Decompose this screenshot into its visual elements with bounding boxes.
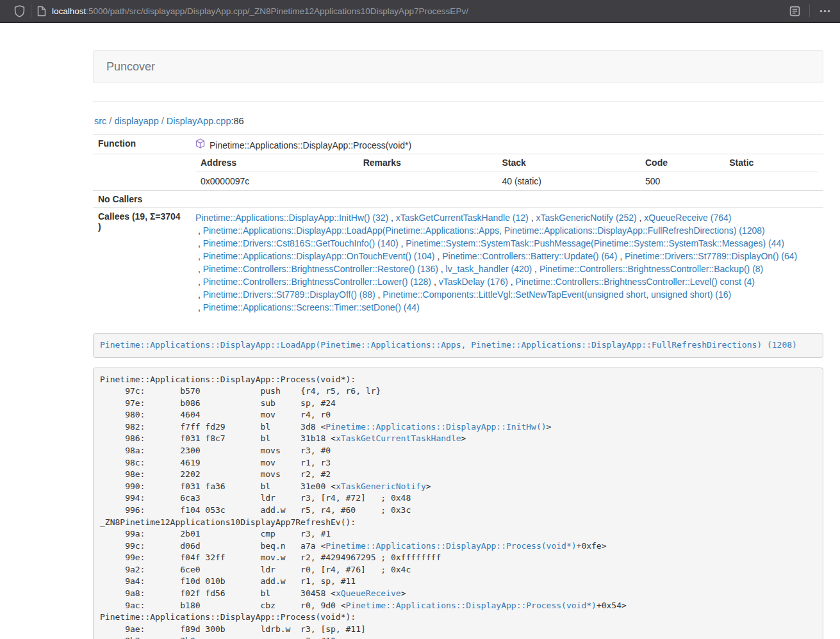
url-bar[interactable]: localhost:5000/path/src/displayapp/Displ…: [37, 1, 786, 20]
callee-link[interactable]: Pinetime::Controllers::Battery::Update()…: [442, 251, 617, 261]
url-path: :5000/path/src/displayapp/DisplayApp.cpp…: [86, 6, 468, 16]
breadcrumb: src/displayapp/DisplayApp.cpp:86: [94, 116, 823, 126]
snippet-link[interactable]: Pinetime::Applications::DisplayApp::Load…: [100, 340, 797, 350]
asm-symbol-link[interactable]: xQueueReceive: [336, 588, 401, 598]
code-value: 500: [640, 172, 724, 191]
callee-link[interactable]: Pinetime::Controllers::BrightnessControl…: [516, 277, 755, 287]
page-content: Puncover src/displayapp/DisplayApp.cpp:8…: [93, 50, 823, 639]
function-table: Function Pinetime::Applications::Display…: [93, 134, 823, 317]
column-header-code: Code: [640, 154, 724, 172]
no-callers-row: No Callers: [93, 191, 823, 208]
callee-separator: ,: [617, 251, 625, 261]
breadcrumb-link-displayapp[interactable]: displayapp: [114, 116, 158, 126]
toolbar-divider: [809, 4, 810, 17]
callee-separator: ,: [195, 238, 203, 248]
url-text: localhost:5000/path/src/displayapp/Displ…: [52, 6, 468, 16]
asm-symbol-link[interactable]: Pinetime::Applications::DisplayApp::Proc…: [325, 541, 576, 551]
callee-separator: ,: [637, 213, 645, 223]
callee-separator: ,: [399, 238, 406, 248]
callee-link[interactable]: xQueueReceive (764): [644, 213, 731, 223]
callee-link[interactable]: Pinetime::Controllers::BrightnessControl…: [203, 264, 438, 274]
callee-separator: ,: [435, 251, 443, 261]
callee-link[interactable]: Pinetime::Drivers::Cst816S::GetTouchInfo…: [203, 238, 399, 248]
function-name: Pinetime::Applications::DisplayApp::Proc…: [210, 140, 411, 150]
static-value: [724, 172, 818, 191]
callee-link[interactable]: Pinetime::Applications::DisplayApp::Load…: [203, 225, 765, 236]
callee-link[interactable]: Pinetime::Applications::DisplayApp::Init…: [195, 213, 388, 223]
callee-separator: ,: [388, 213, 396, 223]
function-row-label: Function: [93, 135, 190, 154]
column-header-remarks: Remarks: [358, 154, 497, 172]
breadcrumb-line-number: :86: [231, 116, 243, 126]
callee-separator: ,: [195, 264, 203, 274]
breadcrumb-link-file[interactable]: DisplayApp.cpp: [167, 116, 231, 126]
callee-separator: ,: [438, 264, 446, 274]
function-details-table: Address Remarks Stack Code Static 0x0000…: [195, 154, 818, 190]
navbar: Puncover: [93, 50, 823, 83]
callee-separator: ,: [195, 302, 203, 312]
asm-symbol-link[interactable]: xTaskGenericNotify: [336, 481, 426, 491]
details-value-row: 0x0000097c 40 (static) 500: [195, 172, 818, 191]
browser-toolbar: localhost:5000/path/src/displayapp/Displ…: [0, 0, 840, 23]
callee-link[interactable]: Pinetime::Controllers::BrightnessControl…: [203, 277, 431, 287]
callees-label: Callees (19, Σ=3704 ): [93, 208, 190, 318]
callee-separator: ,: [195, 289, 203, 300]
callee-link[interactable]: Pinetime::Controllers::BrightnessControl…: [539, 264, 763, 274]
no-callers-label: No Callers: [93, 191, 190, 208]
page-icon[interactable]: [37, 6, 46, 17]
column-header-static: Static: [724, 154, 818, 172]
column-header-stack: Stack: [497, 154, 640, 172]
callee-link[interactable]: Pinetime::Applications::Screens::Timer::…: [203, 302, 420, 312]
divider: [93, 101, 823, 102]
snippet-block: Pinetime::Applications::DisplayApp::Load…: [93, 333, 823, 358]
asm-symbol-link[interactable]: Pinetime::Applications::DisplayApp::Init…: [325, 422, 546, 432]
callee-link[interactable]: xTaskGetCurrentTaskHandle (12): [396, 213, 529, 223]
url-host: localhost: [52, 6, 86, 16]
callee-link[interactable]: Pinetime::Components::LittleVgl::SetNewT…: [383, 289, 731, 300]
breadcrumb-separator: /: [106, 116, 114, 126]
details-row: Address Remarks Stack Code Static 0x0000…: [93, 154, 823, 191]
package-icon: [195, 138, 205, 150]
callee-link[interactable]: Pinetime::Applications::DisplayApp::OnTo…: [203, 251, 435, 261]
assembly-block: Pinetime::Applications::DisplayApp::Proc…: [93, 368, 823, 639]
callee-separator: ,: [195, 251, 203, 261]
callee-link[interactable]: Pinetime::System::SystemTask::PushMessag…: [406, 238, 784, 248]
callee-separator: ,: [508, 277, 516, 287]
stack-value: 40 (static): [497, 172, 640, 191]
callee-separator: ,: [529, 213, 536, 223]
callee-link[interactable]: Pinetime::Drivers::St7789::DisplayOff() …: [203, 289, 375, 300]
details-header-row: Address Remarks Stack Code Static: [195, 154, 818, 172]
callee-separator: ,: [195, 277, 203, 287]
menu-ellipsis-icon[interactable]: [816, 2, 834, 20]
callee-link[interactable]: lv_task_handler (420): [446, 264, 532, 274]
shield-icon[interactable]: [14, 5, 25, 17]
callee-separator: ,: [532, 264, 539, 274]
callee-link[interactable]: Pinetime::Drivers::St7789::DisplayOn() (…: [625, 251, 797, 261]
address-value: 0x0000097c: [195, 172, 358, 191]
toolbar-divider: [31, 4, 31, 17]
callee-separator: ,: [195, 225, 203, 236]
function-row: Function Pinetime::Applications::Display…: [93, 135, 823, 154]
callees-list: Pinetime::Applications::DisplayApp::Init…: [190, 208, 823, 318]
callee-link[interactable]: vTaskDelay (176): [439, 277, 508, 287]
breadcrumb-separator: /: [159, 116, 167, 126]
remarks-value: [358, 172, 497, 191]
callee-separator: ,: [375, 289, 383, 300]
callee-link[interactable]: xTaskGenericNotify (252): [536, 213, 636, 223]
asm-symbol-link[interactable]: xTaskGetCurrentTaskHandle: [336, 433, 461, 443]
brand-link[interactable]: Puncover: [106, 60, 155, 74]
callees-row: Callees (19, Σ=3704 ) Pinetime::Applicat…: [93, 208, 823, 318]
reader-mode-icon[interactable]: [786, 2, 803, 20]
breadcrumb-link-src[interactable]: src: [94, 116, 106, 126]
asm-symbol-link[interactable]: Pinetime::Applications::DisplayApp::Proc…: [346, 601, 597, 610]
column-header-address: Address: [195, 154, 358, 172]
callee-separator: ,: [431, 277, 439, 287]
